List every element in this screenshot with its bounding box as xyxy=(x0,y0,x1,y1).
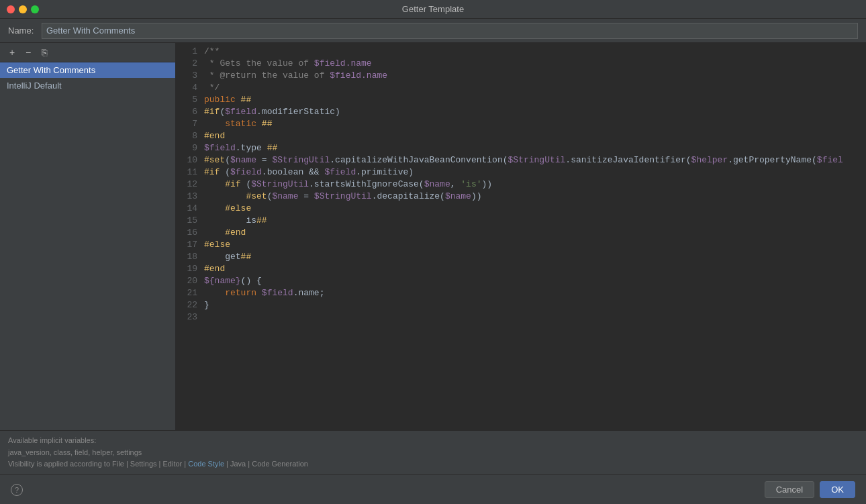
copy-template-button[interactable]: ⎘ xyxy=(38,46,51,59)
code-line-22: 22} xyxy=(176,299,866,311)
line-content: public ## xyxy=(204,94,866,106)
line-number: 6 xyxy=(176,106,204,118)
code-line-16: 16 #end xyxy=(176,227,866,239)
line-content: #if ($field.boolean && $field.primitive) xyxy=(204,166,866,179)
line-number: 23 xyxy=(176,311,204,323)
name-label: Name: xyxy=(8,26,35,36)
footer-line3-text: | Java | Code Generation xyxy=(224,460,308,468)
code-line-17: 17#else xyxy=(176,239,866,251)
add-template-button[interactable]: + xyxy=(5,46,19,59)
footer-line3-text: Visibility is applied according to File … xyxy=(8,460,188,468)
footer-line2: java_version, class, field, helper, sett… xyxy=(8,447,858,459)
line-content: $field.type ## xyxy=(204,142,866,154)
code-style-link[interactable]: Code Style xyxy=(188,460,224,468)
code-line-15: 15 is## xyxy=(176,215,866,227)
sidebar-toolbar: + − ⎘ xyxy=(0,43,175,62)
name-input[interactable] xyxy=(42,23,858,39)
code-line-1: 1/** xyxy=(176,46,866,58)
code-line-5: 5public ## xyxy=(176,94,866,106)
line-content: #if($field.modifierStatic) xyxy=(204,106,866,118)
code-line-20: 20${name}() { xyxy=(176,275,866,287)
bottom-bar: ? Cancel OK xyxy=(0,474,866,504)
name-bar: Name: xyxy=(0,19,866,43)
maximize-button[interactable] xyxy=(31,5,39,13)
code-line-4: 4 */ xyxy=(176,82,866,94)
cancel-button[interactable]: Cancel xyxy=(765,481,814,498)
line-content: #else xyxy=(204,203,866,215)
line-number: 15 xyxy=(176,215,204,227)
line-content: } xyxy=(204,299,866,311)
line-number: 7 xyxy=(176,118,204,130)
line-content: #else xyxy=(204,239,866,251)
code-line-3: 3 * @return the value of $field.name xyxy=(176,70,866,82)
line-content: #set($name = $StringUtil.capitalizeWithJ… xyxy=(204,154,866,166)
line-number: 2 xyxy=(176,58,204,70)
line-number: 13 xyxy=(176,191,204,203)
line-number: 3 xyxy=(176,70,204,82)
footer: Available implicit variables: java_versi… xyxy=(0,430,866,474)
line-number: 10 xyxy=(176,154,204,166)
line-content: #end xyxy=(204,227,866,239)
ok-button[interactable]: OK xyxy=(820,481,855,498)
code-line-12: 12 #if ($StringUtil.startsWithIgnoreCase… xyxy=(176,179,866,191)
code-line-9: 9$field.type ## xyxy=(176,142,866,154)
line-number: 22 xyxy=(176,299,204,311)
line-content: * Gets the value of $field.name xyxy=(204,58,866,70)
line-number: 18 xyxy=(176,251,204,263)
main-layout: Name: + − ⎘ Getter With Comments Intelli… xyxy=(0,19,866,504)
code-line-14: 14 #else xyxy=(176,203,866,215)
content-area: + − ⎘ Getter With Comments IntelliJ Defa… xyxy=(0,43,866,430)
footer-line3: Visibility is applied according to File … xyxy=(8,458,858,470)
line-number: 17 xyxy=(176,239,204,251)
line-number: 1 xyxy=(176,46,204,58)
remove-template-button[interactable]: − xyxy=(21,46,35,59)
line-number: 12 xyxy=(176,179,204,191)
minimize-button[interactable] xyxy=(19,5,27,13)
line-number: 4 xyxy=(176,82,204,94)
footer-line1: Available implicit variables: xyxy=(8,435,858,447)
sidebar: + − ⎘ Getter With Comments IntelliJ Defa… xyxy=(0,43,176,430)
line-content: /** xyxy=(204,46,866,58)
code-line-19: 19#end xyxy=(176,263,866,275)
code-line-8: 8#end xyxy=(176,130,866,142)
sidebar-item-getter-with-comments[interactable]: Getter With Comments xyxy=(0,62,175,78)
line-number: 16 xyxy=(176,227,204,239)
code-line-2: 2 * Gets the value of $field.name xyxy=(176,58,866,70)
sidebar-item-intellij-default[interactable]: IntelliJ Default xyxy=(0,78,175,93)
line-content xyxy=(204,311,866,323)
line-content: #if ($StringUtil.startsWithIgnoreCase($n… xyxy=(204,179,866,191)
code-line-23: 23 xyxy=(176,311,866,323)
code-line-13: 13 #set($name = $StringUtil.decapitalize… xyxy=(176,191,866,203)
line-content: return $field.name; xyxy=(204,287,866,299)
line-content: static ## xyxy=(204,118,866,130)
code-line-10: 10#set($name = $StringUtil.capitalizeWit… xyxy=(176,154,866,166)
line-number: 5 xyxy=(176,94,204,106)
code-line-7: 7 static ## xyxy=(176,118,866,130)
editor-area: 1/**2 * Gets the value of $field.name3 *… xyxy=(176,43,866,430)
line-number: 8 xyxy=(176,130,204,142)
help-button[interactable]: ? xyxy=(11,484,23,496)
code-line-11: 11#if ($field.boolean && $field.primitiv… xyxy=(176,166,866,179)
code-editor[interactable]: 1/**2 * Gets the value of $field.name3 *… xyxy=(176,43,866,430)
traffic-lights xyxy=(7,5,39,13)
line-content: * @return the value of $field.name xyxy=(204,70,866,82)
line-content: */ xyxy=(204,82,866,94)
line-content: #end xyxy=(204,263,866,275)
code-line-6: 6#if($field.modifierStatic) xyxy=(176,106,866,118)
line-content: get## xyxy=(204,251,866,263)
button-group: Cancel OK xyxy=(765,481,855,498)
line-content: #set($name = $StringUtil.decapitalize($n… xyxy=(204,191,866,203)
line-number: 20 xyxy=(176,275,204,287)
line-content: ${name}() { xyxy=(204,275,866,287)
line-number: 11 xyxy=(176,166,204,179)
line-number: 14 xyxy=(176,203,204,215)
code-line-18: 18 get## xyxy=(176,251,866,263)
line-number: 21 xyxy=(176,287,204,299)
line-content: #end xyxy=(204,130,866,142)
title-bar: Getter Template xyxy=(0,0,866,19)
line-number: 9 xyxy=(176,142,204,154)
code-line-21: 21 return $field.name; xyxy=(176,287,866,299)
line-number: 19 xyxy=(176,263,204,275)
window-title: Getter Template xyxy=(402,4,464,14)
close-button[interactable] xyxy=(7,5,15,13)
